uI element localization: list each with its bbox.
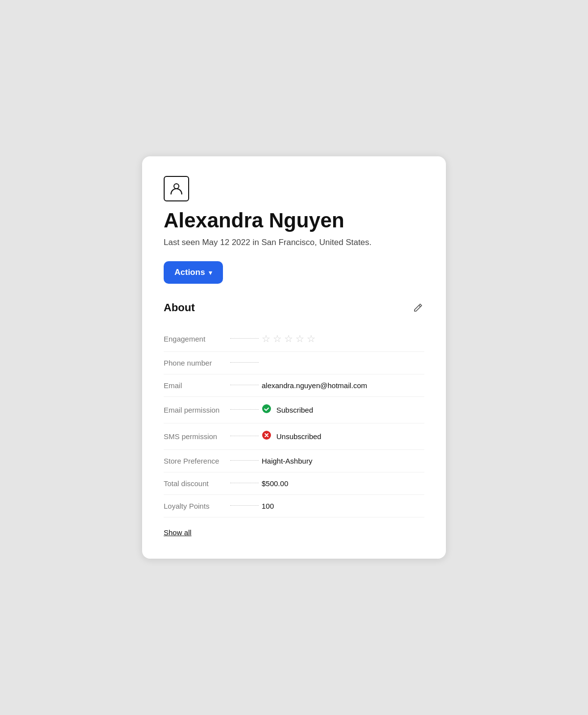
profile-name: Alexandra Nguyen [164,209,424,232]
field-label-text: Total discount [164,479,227,488]
field-label-text: Store Preference [164,457,227,465]
field-label-text: Email [164,381,227,390]
star-icon[interactable]: ☆ [295,333,304,345]
field-text-value: $500.00 [262,479,288,488]
field-label: Total discount [164,479,262,488]
profile-card: Alexandra Nguyen Last seen May 12 2022 i… [142,156,446,559]
field-label: Phone number [164,359,262,367]
svg-point-0 [174,184,179,189]
chevron-down-icon: ▾ [209,269,212,276]
actions-button[interactable]: Actions ▾ [164,261,223,284]
svg-point-1 [262,404,271,413]
edit-icon[interactable] [412,301,424,314]
field-value: Subscribed [262,404,424,416]
dotted-separator [230,385,259,385]
field-label-text: Engagement [164,335,227,343]
dotted-separator [230,362,259,363]
field-text-value: Haight-Ashbury [262,457,312,465]
dotted-separator [230,409,259,410]
field-label: Loyalty Points [164,502,262,510]
avatar-icon [164,176,189,201]
dotted-separator [230,460,259,461]
field-label: Email [164,381,262,390]
subscribed-icon [262,404,271,416]
actions-label: Actions [174,268,205,277]
about-section: About Engagement☆☆☆☆☆Phone numberEmailal… [164,301,424,537]
unsubscribed-text: Unsubscribed [276,432,321,441]
star-icon[interactable]: ☆ [307,333,316,345]
dotted-separator [230,483,259,483]
field-row: Store PreferenceHaight-Ashbury [164,450,424,472]
field-row: SMS permissionUnsubscribed [164,423,424,450]
section-title: About [164,301,195,314]
star-rating[interactable]: ☆☆☆☆☆ [262,333,316,345]
field-label: Engagement [164,335,262,343]
star-icon[interactable]: ☆ [262,333,270,345]
field-row: Engagement☆☆☆☆☆ [164,326,424,352]
section-header: About [164,301,424,314]
field-value: 100 [262,502,424,510]
field-label: SMS permission [164,432,262,441]
field-value: Haight-Ashbury [262,457,424,465]
dotted-separator [230,338,259,339]
field-row: Emailalexandra.nguyen@hotmail.com [164,374,424,397]
field-label-text: Phone number [164,359,227,367]
field-label-text: SMS permission [164,432,227,441]
field-label: Store Preference [164,457,262,465]
subscribed-text: Subscribed [276,406,313,414]
field-row: Total discount$500.00 [164,472,424,495]
field-label: Email permission [164,406,262,414]
unsubscribed-icon [262,430,271,443]
field-value: Unsubscribed [262,430,424,443]
field-label-text: Email permission [164,406,227,414]
field-row: Email permissionSubscribed [164,397,424,423]
star-icon[interactable]: ☆ [284,333,293,345]
field-text-value: 100 [262,502,274,510]
show-all-link[interactable]: Show all [164,528,192,537]
dotted-separator [230,436,259,436]
dotted-separator [230,505,259,506]
field-text-value: alexandra.nguyen@hotmail.com [262,381,367,390]
last-seen-text: Last seen May 12 2022 in San Francisco, … [164,238,424,247]
field-value: alexandra.nguyen@hotmail.com [262,381,424,390]
field-value: ☆☆☆☆☆ [262,333,424,345]
field-row: Phone number [164,352,424,374]
star-icon[interactable]: ☆ [273,333,282,345]
field-value: $500.00 [262,479,424,488]
field-row: Loyalty Points100 [164,495,424,518]
fields-container: Engagement☆☆☆☆☆Phone numberEmailalexandr… [164,326,424,518]
field-label-text: Loyalty Points [164,502,227,510]
